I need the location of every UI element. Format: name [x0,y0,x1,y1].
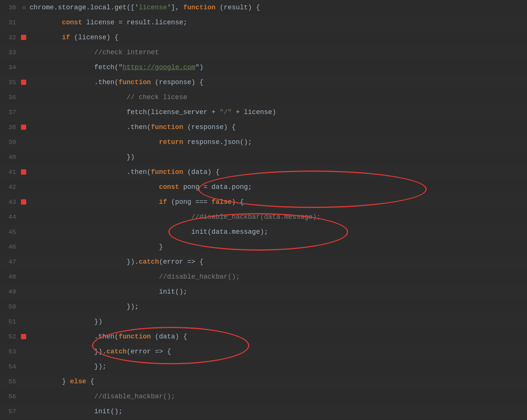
breakpoint-icon[interactable] [21,199,26,205]
code-token: fetch(license_server + [30,108,220,116]
line-number: 52 [0,333,21,340]
breakpoint-icon[interactable] [21,169,26,175]
code-token: init(data.message); [30,228,268,236]
code-text: }) [27,315,527,329]
code-text: if (pong === false) { [27,195,527,209]
code-line: 43 if (pong === false) { [0,194,527,209]
code-token [30,34,62,41]
url-link[interactable]: https://google.com [122,64,195,71]
catch-token: catch [106,348,127,355]
breakpoint-icon[interactable] [21,35,26,40]
code-line: 32 if (license) { [0,30,527,45]
code-token: .then( [30,79,119,86]
breakpoint-icon[interactable] [21,334,26,339]
code-token: return [159,138,183,146]
code-line: 55 } else { [0,374,527,389]
code-token: init(); [30,288,187,295]
code-token: .then( [30,333,119,340]
code-text: }); [27,359,527,374]
line-number: 44 [0,214,21,221]
code-token: } [30,243,163,251]
line-number: 49 [0,288,21,295]
breakpoint-icon[interactable] [21,80,26,85]
code-token: //disable_hackbar(); [94,393,175,400]
code-text: const pong = data.pong; [27,180,527,194]
code-token: }) [30,258,135,266]
code-text: return response.json(); [27,135,527,149]
code-token: license [139,4,167,11]
line-number: 48 [0,273,21,280]
fold-icon[interactable]: ⊟ [21,4,27,11]
code-token: function [119,333,151,340]
line-number: 54 [0,363,21,370]
code-line: 37 fetch(license_server + "/" + license) [0,105,527,120]
code-text: //disable_hackbar(); [27,270,527,284]
line-number: 42 [0,184,21,191]
code-line: 42 const pong = data.pong; [0,180,527,194]
code-token: + license) [232,108,276,116]
line-number: 39 [0,139,21,146]
fold-icon[interactable] [21,199,27,205]
code-token: if [159,198,167,206]
code-token: //check internet [94,49,159,56]
code-text: fetch(license_server + "/" + license) [27,105,527,119]
code-token: chrome.storage.local.get([' [30,4,139,11]
code-token: function [151,123,183,131]
line-number: 31 [0,19,21,26]
code-token: // check licese [127,93,187,101]
code-token: //disable_hackbar(); [159,273,240,280]
code-token: . [102,348,106,355]
code-token: . [135,258,139,266]
code-token: false [211,198,232,206]
code-line: 46 } [0,239,527,254]
line-number: 37 [0,109,21,116]
code-token: ) { [232,198,244,206]
code-line: 39 return response.json(); [0,135,527,150]
line-number: 57 [0,408,21,415]
fold-icon[interactable] [21,169,27,175]
code-line: 36 // check licese [0,90,527,105]
code-token: (response) { [183,123,235,131]
fold-icon[interactable] [21,334,27,340]
code-token: }) [30,348,102,355]
code-token [30,198,159,206]
fold-icon[interactable] [21,79,27,85]
code-editor: 30⊟chrome.storage.local.get(['license'],… [0,0,527,420]
code-line: 49 init(); [0,284,527,299]
code-token: .then( [30,168,151,176]
line-number: 41 [0,169,21,176]
code-line: 48 //disable_hackbar(); [0,269,527,284]
line-number: 36 [0,94,21,101]
line-number: 34 [0,64,21,71]
code-token: pong = data.pong; [179,183,252,191]
breakpoint-icon[interactable] [21,125,26,130]
fold-icon[interactable] [21,34,27,40]
code-text: //disable_hackbar(data.message); [27,210,527,224]
code-token: (data) { [183,168,219,176]
line-number: 43 [0,199,21,206]
fold-icon[interactable] [21,124,27,130]
code-line: 51 }) [0,314,527,329]
code-text: }); [27,300,527,314]
line-number: 50 [0,303,21,310]
line-number: 45 [0,229,21,236]
code-text: init(data.message); [27,225,527,239]
line-number: 40 [0,154,21,161]
code-token [30,19,62,26]
catch-token: catch [139,258,159,266]
code-line: 53 }).catch(error => { [0,344,527,359]
code-token: }) [30,318,102,325]
code-text: fetch("https://google.com") [27,60,527,74]
code-token [30,273,159,280]
code-line: 52 .then(function (data) { [0,329,527,344]
code-line: 41 .then(function (data) { [0,165,527,180]
code-token: { [86,378,94,385]
code-token [30,49,94,56]
code-token: (pong === [167,198,211,206]
code-line: 33 //check internet [0,45,527,60]
code-token: } [30,378,70,385]
code-line: 38 .then(function (response) { [0,120,527,135]
code-token [30,183,159,191]
code-token: function [183,4,216,11]
code-line: 54 }); [0,359,527,374]
